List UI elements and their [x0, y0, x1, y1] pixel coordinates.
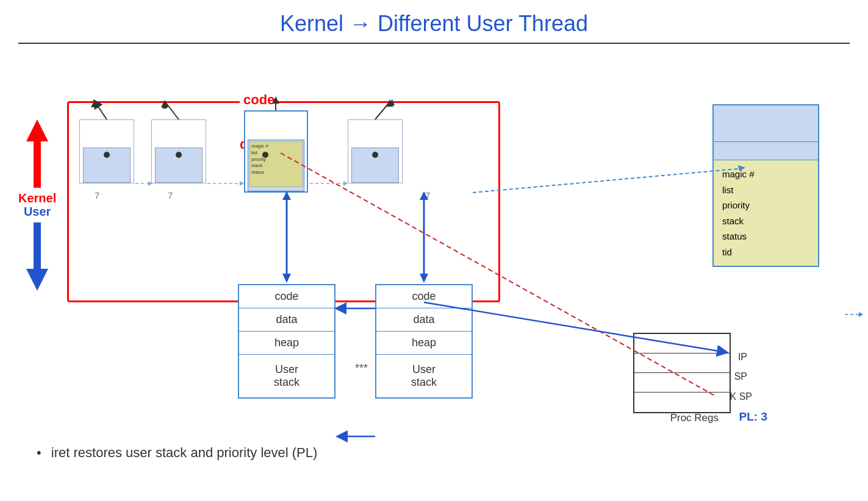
down-shaft [34, 222, 41, 271]
mini-tcb-2 [155, 147, 203, 183]
bullet-content: iret restores user stack and priority le… [51, 445, 318, 460]
sp-label: SP [734, 371, 747, 382]
process-box-2: code data heap Userstack [375, 284, 473, 399]
proc2-code: code [376, 285, 472, 308]
tcb-expanded: magic #listprioritystackstatustid [712, 104, 819, 267]
up-shaft [34, 139, 41, 188]
kernel-label: Kernel [18, 191, 56, 205]
process-box-1: code data heap Userstack [238, 284, 335, 399]
proc1-heap: heap [239, 332, 334, 355]
mini-thread-3: magic #listprioritystackstatus [244, 110, 308, 193]
up-arrow [26, 119, 48, 141]
mini-tcb-3-inner: magic #listprioritystackstatus [249, 141, 303, 187]
svg-line-23 [473, 168, 744, 193]
tcb-yellow-fields: magic #listprioritystackstatustid [714, 160, 818, 266]
seven-3: 7 [425, 190, 430, 201]
mini-tcb-4 [351, 147, 399, 183]
tcb-mid-blue [714, 142, 818, 160]
main-area: Kernel User code data 7 7 magic #listpri… [0, 46, 868, 473]
stars-label: *** [355, 362, 368, 375]
reg-ksp [634, 393, 730, 412]
ksp-label: K SP [730, 391, 752, 402]
mini-tcb-1 [83, 147, 131, 183]
down-arrow [26, 269, 48, 291]
bullet-dot: • [37, 445, 41, 460]
reg-sp [634, 373, 730, 393]
mini-thread-4 [348, 119, 403, 183]
mini-thread-1 [79, 119, 134, 183]
seven-1: 7 [95, 190, 99, 201]
proc1-code: code [239, 285, 334, 308]
proc-regs-box [633, 333, 731, 413]
mini-tcb-3-outer: magic #listprioritystackstatus [248, 140, 304, 191]
divider [18, 43, 850, 44]
ip-label: IP [738, 352, 747, 363]
mini-thread-2 [151, 119, 206, 183]
kernel-user-arrows: Kernel User [18, 119, 56, 291]
reg-ip [634, 354, 730, 373]
tcb-top-blue [714, 105, 818, 142]
page-title: Kernel → Different User Thread [0, 0, 868, 43]
proc2-data: data [376, 308, 472, 332]
code-label: code [240, 92, 278, 108]
proc2-stack: Userstack [376, 355, 472, 397]
bullet-text: • iret restores user stack and priority … [37, 445, 317, 461]
proc2-heap: heap [376, 332, 472, 355]
proc1-stack: Userstack [239, 355, 334, 397]
svg-marker-26 [859, 312, 863, 317]
seven-2: 7 [168, 190, 173, 201]
reg-cell-top [634, 334, 730, 354]
pl-label: PL: 3 [739, 410, 767, 424]
proc1-data: data [239, 308, 334, 332]
user-label: User [24, 205, 51, 219]
proc-regs-label: Proc Regs [670, 412, 719, 424]
